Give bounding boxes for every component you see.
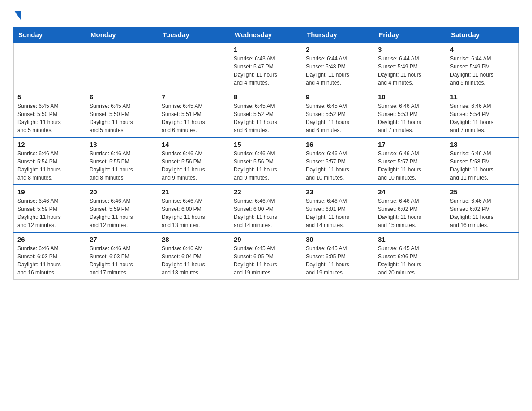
day-number: 14: [162, 141, 226, 148]
day-info: Sunrise: 6:46 AM Sunset: 6:03 PM Dayligh…: [17, 244, 82, 277]
calendar-cell: 22Sunrise: 6:46 AM Sunset: 6:00 PM Dayli…: [230, 185, 302, 232]
calendar-table: SundayMondayTuesdayWednesdayThursdayFrid…: [13, 27, 519, 280]
day-number: 28: [162, 235, 226, 243]
calendar-cell: 1Sunrise: 6:43 AM Sunset: 5:47 PM Daylig…: [230, 43, 302, 90]
day-number: 9: [306, 93, 370, 101]
calendar-week-row: 12Sunrise: 6:46 AM Sunset: 5:54 PM Dayli…: [14, 137, 519, 185]
calendar-cell: 23Sunrise: 6:46 AM Sunset: 6:01 PM Dayli…: [302, 185, 374, 232]
day-info: Sunrise: 6:45 AM Sunset: 6:05 PM Dayligh…: [306, 244, 370, 277]
calendar-cell: 18Sunrise: 6:46 AM Sunset: 5:58 PM Dayli…: [446, 137, 519, 185]
calendar-cell: 2Sunrise: 6:44 AM Sunset: 5:48 PM Daylig…: [302, 43, 374, 90]
calendar-cell: 30Sunrise: 6:45 AM Sunset: 6:05 PM Dayli…: [302, 232, 374, 280]
calendar-cell: 26Sunrise: 6:46 AM Sunset: 6:03 PM Dayli…: [14, 232, 86, 280]
column-header-saturday: Saturday: [446, 27, 519, 43]
day-info: Sunrise: 6:46 AM Sunset: 5:56 PM Dayligh…: [234, 150, 298, 182]
calendar-cell: 14Sunrise: 6:46 AM Sunset: 5:56 PM Dayli…: [158, 137, 230, 185]
day-info: Sunrise: 6:46 AM Sunset: 5:59 PM Dayligh…: [17, 197, 82, 229]
day-number: 31: [378, 235, 442, 243]
calendar-cell: [158, 43, 230, 90]
calendar-week-row: 26Sunrise: 6:46 AM Sunset: 6:03 PM Dayli…: [14, 232, 519, 280]
day-number: 22: [234, 188, 298, 196]
day-info: Sunrise: 6:46 AM Sunset: 6:02 PM Dayligh…: [450, 197, 515, 229]
column-header-tuesday: Tuesday: [158, 27, 230, 43]
calendar-cell: 4Sunrise: 6:44 AM Sunset: 5:49 PM Daylig…: [446, 43, 519, 90]
logo: [13, 9, 21, 18]
calendar-cell: 27Sunrise: 6:46 AM Sunset: 6:03 PM Dayli…: [86, 232, 158, 280]
calendar-week-row: 5Sunrise: 6:45 AM Sunset: 5:50 PM Daylig…: [14, 90, 519, 137]
day-number: 19: [17, 188, 82, 196]
day-number: 29: [234, 235, 298, 243]
calendar-cell: 7Sunrise: 6:45 AM Sunset: 5:51 PM Daylig…: [158, 90, 230, 137]
day-info: Sunrise: 6:45 AM Sunset: 5:51 PM Dayligh…: [162, 102, 226, 134]
page-header: [13, 9, 519, 18]
day-number: 25: [450, 188, 515, 196]
day-info: Sunrise: 6:45 AM Sunset: 6:06 PM Dayligh…: [378, 244, 442, 277]
day-number: 30: [306, 235, 370, 243]
day-number: 12: [17, 141, 82, 148]
day-info: Sunrise: 6:46 AM Sunset: 5:56 PM Dayligh…: [162, 150, 226, 182]
day-info: Sunrise: 6:46 AM Sunset: 5:57 PM Dayligh…: [306, 150, 370, 182]
calendar-cell: [14, 43, 86, 90]
day-number: 13: [90, 141, 154, 148]
day-info: Sunrise: 6:44 AM Sunset: 5:48 PM Dayligh…: [306, 55, 370, 87]
day-number: 27: [90, 235, 154, 243]
day-number: 11: [450, 93, 515, 101]
day-number: 24: [378, 188, 442, 196]
day-info: Sunrise: 6:46 AM Sunset: 5:53 PM Dayligh…: [378, 102, 442, 134]
calendar-cell: 5Sunrise: 6:45 AM Sunset: 5:50 PM Daylig…: [14, 90, 86, 137]
day-number: 10: [378, 93, 442, 101]
calendar-cell: 29Sunrise: 6:45 AM Sunset: 6:05 PM Dayli…: [230, 232, 302, 280]
calendar-cell: 6Sunrise: 6:45 AM Sunset: 5:50 PM Daylig…: [86, 90, 158, 137]
day-info: Sunrise: 6:46 AM Sunset: 6:02 PM Dayligh…: [378, 197, 442, 229]
calendar-cell: 19Sunrise: 6:46 AM Sunset: 5:59 PM Dayli…: [14, 185, 86, 232]
day-info: Sunrise: 6:46 AM Sunset: 6:03 PM Dayligh…: [90, 244, 154, 277]
calendar-header-row: SundayMondayTuesdayWednesdayThursdayFrid…: [14, 27, 519, 43]
calendar-week-row: 19Sunrise: 6:46 AM Sunset: 5:59 PM Dayli…: [14, 185, 519, 232]
day-number: 2: [306, 46, 370, 53]
calendar-cell: 20Sunrise: 6:46 AM Sunset: 5:59 PM Dayli…: [86, 185, 158, 232]
day-number: 26: [17, 235, 82, 243]
calendar-cell: 21Sunrise: 6:46 AM Sunset: 6:00 PM Dayli…: [158, 185, 230, 232]
day-info: Sunrise: 6:43 AM Sunset: 5:47 PM Dayligh…: [234, 55, 298, 87]
calendar-cell: 9Sunrise: 6:45 AM Sunset: 5:52 PM Daylig…: [302, 90, 374, 137]
calendar-cell: 28Sunrise: 6:46 AM Sunset: 6:04 PM Dayli…: [158, 232, 230, 280]
day-number: 3: [378, 46, 442, 53]
day-info: Sunrise: 6:45 AM Sunset: 5:52 PM Dayligh…: [234, 102, 298, 134]
calendar-cell: 25Sunrise: 6:46 AM Sunset: 6:02 PM Dayli…: [446, 185, 519, 232]
calendar-week-row: 1Sunrise: 6:43 AM Sunset: 5:47 PM Daylig…: [14, 43, 519, 90]
day-number: 4: [450, 46, 515, 53]
day-number: 8: [234, 93, 298, 101]
day-info: Sunrise: 6:45 AM Sunset: 5:52 PM Dayligh…: [306, 102, 370, 134]
calendar-cell: 8Sunrise: 6:45 AM Sunset: 5:52 PM Daylig…: [230, 90, 302, 137]
column-header-friday: Friday: [374, 27, 446, 43]
day-info: Sunrise: 6:46 AM Sunset: 6:01 PM Dayligh…: [306, 197, 370, 229]
day-info: Sunrise: 6:46 AM Sunset: 5:54 PM Dayligh…: [450, 102, 515, 134]
day-number: 15: [234, 141, 298, 148]
day-number: 18: [450, 141, 515, 148]
calendar-cell: 3Sunrise: 6:44 AM Sunset: 5:49 PM Daylig…: [374, 43, 446, 90]
calendar-cell: 12Sunrise: 6:46 AM Sunset: 5:54 PM Dayli…: [14, 137, 86, 185]
column-header-sunday: Sunday: [14, 27, 86, 43]
column-header-wednesday: Wednesday: [230, 27, 302, 43]
calendar-cell: 17Sunrise: 6:46 AM Sunset: 5:57 PM Dayli…: [374, 137, 446, 185]
day-number: 1: [234, 46, 298, 53]
day-number: 23: [306, 188, 370, 196]
day-info: Sunrise: 6:44 AM Sunset: 5:49 PM Dayligh…: [378, 55, 442, 87]
day-info: Sunrise: 6:46 AM Sunset: 6:00 PM Dayligh…: [162, 197, 226, 229]
day-info: Sunrise: 6:46 AM Sunset: 5:57 PM Dayligh…: [378, 150, 442, 182]
calendar-cell: 31Sunrise: 6:45 AM Sunset: 6:06 PM Dayli…: [374, 232, 446, 280]
calendar-cell: 15Sunrise: 6:46 AM Sunset: 5:56 PM Dayli…: [230, 137, 302, 185]
day-number: 21: [162, 188, 226, 196]
day-number: 6: [90, 93, 154, 101]
day-number: 5: [17, 93, 82, 101]
day-info: Sunrise: 6:46 AM Sunset: 5:54 PM Dayligh…: [17, 150, 82, 182]
day-number: 20: [90, 188, 154, 196]
calendar-cell: 24Sunrise: 6:46 AM Sunset: 6:02 PM Dayli…: [374, 185, 446, 232]
day-info: Sunrise: 6:44 AM Sunset: 5:49 PM Dayligh…: [450, 55, 515, 87]
calendar-cell: 10Sunrise: 6:46 AM Sunset: 5:53 PM Dayli…: [374, 90, 446, 137]
calendar-cell: [86, 43, 158, 90]
day-info: Sunrise: 6:45 AM Sunset: 5:50 PM Dayligh…: [90, 102, 154, 134]
day-info: Sunrise: 6:45 AM Sunset: 6:05 PM Dayligh…: [234, 244, 298, 277]
day-info: Sunrise: 6:46 AM Sunset: 5:59 PM Dayligh…: [90, 197, 154, 229]
day-info: Sunrise: 6:46 AM Sunset: 6:04 PM Dayligh…: [162, 244, 226, 277]
